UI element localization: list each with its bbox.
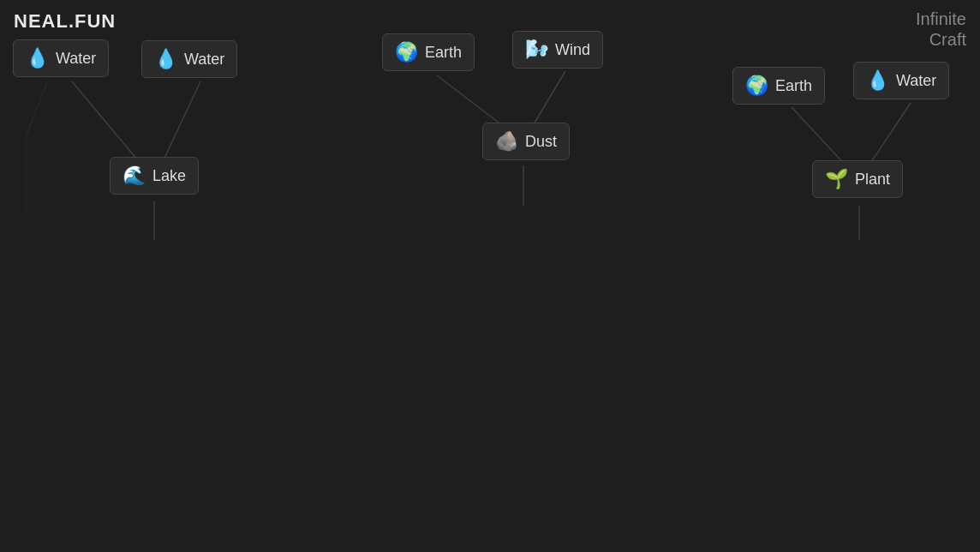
brand: Infinite Craft (916, 9, 966, 50)
element-card-plant1[interactable]: 🌱Plant (812, 160, 903, 198)
element-card-earth1[interactable]: 🌍Earth (382, 33, 475, 71)
element-emoji-earth1: 🌍 (395, 41, 418, 63)
element-card-water2[interactable]: 💧Water (141, 40, 237, 78)
logo: NEAL.FUN (14, 10, 116, 33)
element-card-dust1[interactable]: 🪨Dust (482, 123, 570, 160)
element-emoji-water2: 💧 (154, 48, 177, 70)
element-emoji-water1: 💧 (26, 47, 49, 69)
brand-line1: Infinite (916, 9, 966, 28)
element-label-earth2: Earth (775, 77, 812, 95)
element-label-water1: Water (56, 50, 96, 68)
element-label-wind1: Wind (555, 41, 590, 59)
element-emoji-wind1: 🌬️ (525, 39, 548, 61)
brand-line2: Craft (929, 30, 966, 49)
element-card-lake1[interactable]: 🌊Lake (110, 157, 199, 195)
element-emoji-earth2: 🌍 (745, 75, 768, 97)
element-label-water3: Water (896, 72, 936, 90)
element-label-earth1: Earth (425, 44, 462, 62)
element-emoji-plant1: 🌱 (825, 168, 848, 190)
element-card-water1[interactable]: 💧Water (13, 39, 109, 77)
element-label-water2: Water (184, 51, 224, 69)
connection-lines (0, 0, 980, 552)
element-label-plant1: Plant (855, 171, 890, 189)
element-emoji-dust1: 🪨 (495, 130, 518, 153)
element-emoji-lake1: 🌊 (122, 165, 146, 187)
element-card-earth2[interactable]: 🌍Earth (732, 67, 825, 105)
element-label-lake1: Lake (152, 167, 186, 185)
svg-line-9 (26, 81, 47, 137)
element-emoji-water3: 💧 (866, 69, 889, 92)
element-card-water3[interactable]: 💧Water (853, 62, 949, 99)
element-card-wind1[interactable]: 🌬️Wind (512, 31, 603, 69)
element-label-dust1: Dust (525, 133, 557, 151)
